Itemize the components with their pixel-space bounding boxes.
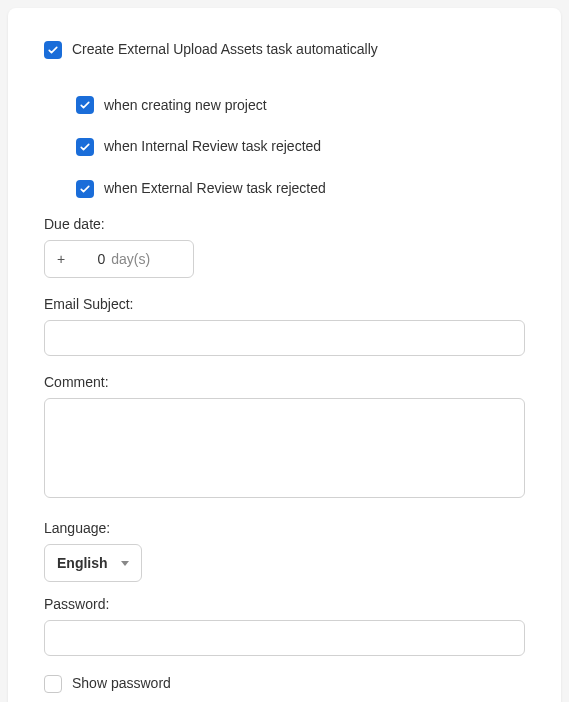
sub-when-creating-label: when creating new project	[104, 96, 267, 116]
auto-task-checkbox[interactable]	[44, 41, 62, 59]
sub-external-rejected-checkbox[interactable]	[76, 180, 94, 198]
comment-input[interactable]	[44, 398, 525, 498]
sub-external-rejected-row: when External Review task rejected	[76, 179, 525, 199]
language-selected: English	[57, 555, 108, 571]
chevron-down-icon	[121, 561, 129, 566]
show-password-label: Show password	[72, 674, 171, 694]
due-date-sign: +	[57, 251, 65, 267]
auto-task-sub-group: when creating new project when Internal …	[44, 96, 525, 199]
password-input[interactable]	[44, 620, 525, 656]
language-select[interactable]: English	[44, 544, 142, 582]
auto-task-label: Create External Upload Assets task autom…	[72, 40, 378, 60]
comment-section: Comment:	[44, 374, 525, 502]
language-label: Language:	[44, 520, 525, 536]
show-password-checkbox[interactable]	[44, 675, 62, 693]
check-icon	[79, 183, 91, 195]
sub-internal-rejected-checkbox[interactable]	[76, 138, 94, 156]
language-section: Language: English	[44, 520, 525, 582]
sub-when-creating-checkbox[interactable]	[76, 96, 94, 114]
comment-label: Comment:	[44, 374, 525, 390]
due-date-input[interactable]: + 0 day(s)	[44, 240, 194, 278]
due-date-unit: day(s)	[111, 251, 150, 267]
email-subject-input[interactable]	[44, 320, 525, 356]
show-password-row: Show password	[44, 674, 525, 694]
check-icon	[79, 141, 91, 153]
auto-task-row: Create External Upload Assets task autom…	[44, 40, 525, 60]
sub-internal-rejected-label: when Internal Review task rejected	[104, 137, 321, 157]
password-label: Password:	[44, 596, 525, 612]
check-icon	[79, 99, 91, 111]
due-date-section: Due date: + 0 day(s)	[44, 216, 525, 278]
email-subject-section: Email Subject:	[44, 296, 525, 356]
due-date-label: Due date:	[44, 216, 525, 232]
sub-external-rejected-label: when External Review task rejected	[104, 179, 326, 199]
sub-internal-rejected-row: when Internal Review task rejected	[76, 137, 525, 157]
password-section: Password:	[44, 596, 525, 656]
check-icon	[47, 44, 59, 56]
sub-when-creating-row: when creating new project	[76, 96, 525, 116]
settings-card: Create External Upload Assets task autom…	[8, 8, 561, 702]
email-subject-label: Email Subject:	[44, 296, 525, 312]
due-date-value: 0	[83, 251, 105, 267]
